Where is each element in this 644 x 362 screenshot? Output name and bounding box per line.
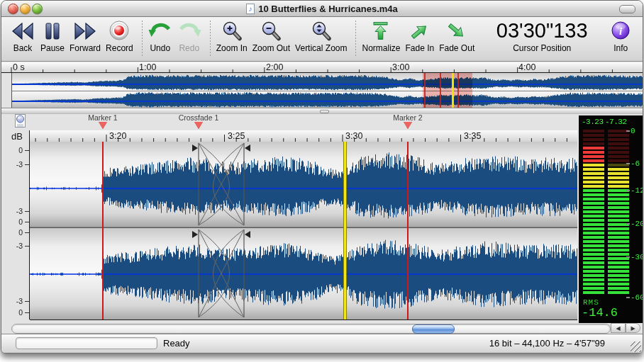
meter-segment: [608, 198, 629, 200]
vertical-zoom-label: Vertical Zoom: [295, 43, 347, 53]
vertical-zoom-button[interactable]: Vertical Zoom: [295, 19, 347, 53]
overview-ruler-label: 3:00: [392, 62, 409, 72]
overview-waveform[interactable]: [11, 73, 643, 108]
meter-segment: [608, 138, 629, 141]
undo-icon: [148, 19, 172, 43]
toolbar-toggle-button[interactable]: [619, 5, 635, 13]
pause-button[interactable]: Pause: [40, 19, 65, 53]
redo-label: Redo: [179, 43, 199, 53]
scrollbar-thumb[interactable]: [412, 324, 455, 334]
info-button[interactable]: i Info: [610, 19, 631, 53]
fade-out-button[interactable]: Fade Out: [439, 19, 474, 53]
crossfade-handle-left[interactable]: [192, 231, 198, 238]
time-ruler-label: 3:25: [228, 131, 245, 141]
titlebar[interactable]: ♪ 10 Butterflies & Hurricanes.m4a: [1, 1, 643, 17]
horizontal-scrollbar: ◀ ▶: [1, 323, 643, 334]
toolbar: Back Pause Forward Record Undo Redo: [1, 17, 643, 62]
meter-segment: [608, 266, 629, 268]
time-ruler-label: 3:35: [464, 131, 481, 141]
minimize-button[interactable]: [20, 4, 30, 14]
db-scale-label: 0: [18, 217, 23, 226]
normalize-button[interactable]: Normalize: [362, 19, 400, 53]
marker-flag[interactable]: [404, 122, 412, 129]
overview-ruler-ticks: [1, 62, 643, 72]
meter-segment: [583, 159, 604, 162]
forward-button[interactable]: Forward: [70, 19, 101, 53]
overview-selection[interactable]: [423, 73, 472, 108]
meter-scale-label: -30: [631, 253, 643, 261]
fade-in-button[interactable]: Fade In: [405, 19, 434, 53]
meter-segment: [608, 287, 629, 290]
meter-segment: [583, 253, 604, 256]
crossfade-handle-left[interactable]: [192, 145, 198, 152]
meter-segment: [608, 244, 629, 247]
fade-out-label: Fade Out: [439, 43, 474, 53]
db-scale-label: -3: [16, 207, 23, 215]
meter-segment: [583, 130, 604, 132]
meter-segment: [583, 181, 604, 183]
scrollbar-track[interactable]: [11, 324, 611, 334]
redo-button[interactable]: Redo: [177, 19, 201, 53]
meter-segment: [608, 176, 629, 179]
scroll-left-button[interactable]: ◀: [611, 323, 626, 333]
zoom-out-button[interactable]: Zoom Out: [252, 19, 290, 53]
meter-segment: [583, 176, 604, 179]
waveform-editor[interactable]: [30, 142, 577, 320]
back-label: Back: [13, 43, 33, 53]
normalize-label: Normalize: [362, 43, 400, 53]
resize-grip[interactable]: [631, 341, 641, 352]
meter-segment: [583, 227, 604, 230]
db-scale-tick: [25, 246, 29, 247]
cursor-position-label: Cursor Position: [513, 43, 571, 53]
meter-segment: [608, 232, 629, 234]
crossfade-handle-right[interactable]: [245, 145, 250, 152]
overview-time-ruler[interactable]: 0 s1:002:003:004:00: [1, 62, 643, 73]
crossfade-overlay: [30, 142, 577, 319]
meter-segment: [583, 142, 604, 145]
pause-icon: [42, 19, 63, 43]
audio-file-icon: ♪: [246, 4, 255, 14]
cursor-position-display: 03'30"133 Cursor Position: [489, 19, 594, 53]
db-scale-tick: [25, 312, 29, 313]
db-scale-tick: [25, 211, 29, 212]
meter-segment: [583, 270, 604, 273]
close-button[interactable]: [8, 4, 18, 14]
meter-segment: [583, 151, 604, 154]
back-button[interactable]: Back: [10, 19, 35, 53]
marker-flag[interactable]: [194, 122, 203, 129]
meter-segment: [583, 223, 604, 226]
file-proxy-icon[interactable]: [14, 114, 26, 129]
meter-segment: [608, 270, 629, 273]
meter-segment: [583, 147, 604, 149]
meter-segment: [583, 193, 604, 196]
meter-scale-label: 0: [631, 127, 635, 135]
marker-flag[interactable]: [99, 122, 107, 129]
time-ruler[interactable]: 3:203:253:303:35: [30, 130, 577, 142]
info-label: Info: [614, 43, 628, 53]
overview-waveform-svg: [12, 73, 643, 108]
app-window: ♪ 10 Butterflies & Hurricanes.m4a Back P…: [1, 0, 643, 353]
meter-segment: [608, 215, 629, 217]
meter-segment: [583, 138, 604, 141]
meter-segment: [608, 151, 629, 154]
overview-marker-line: [440, 73, 441, 108]
undo-button[interactable]: Undo: [148, 19, 172, 53]
back-icon: [10, 19, 35, 43]
playback-cursor: [343, 142, 347, 319]
overview-ruler-label: 0 s: [13, 62, 25, 72]
progress-indicator: [16, 337, 157, 349]
overview-ruler-label: 1:00: [139, 62, 156, 72]
peak-value-left: -3.23: [582, 118, 604, 126]
zoom-in-button[interactable]: Zoom In: [216, 19, 248, 53]
zoom-button[interactable]: [32, 4, 43, 14]
meter-segment: [583, 283, 604, 285]
window-title: 10 Butterflies & Hurricanes.m4a: [258, 4, 398, 14]
db-scale-tick: [25, 150, 29, 151]
crossfade-handle-right[interactable]: [245, 231, 250, 238]
meter-segment: [583, 266, 604, 268]
scroll-right-button[interactable]: ▶: [626, 323, 640, 333]
overview-marker-line: [424, 73, 426, 108]
record-button[interactable]: Record: [106, 19, 133, 53]
meter-segment: [583, 236, 604, 239]
meter-segment: [608, 172, 629, 175]
